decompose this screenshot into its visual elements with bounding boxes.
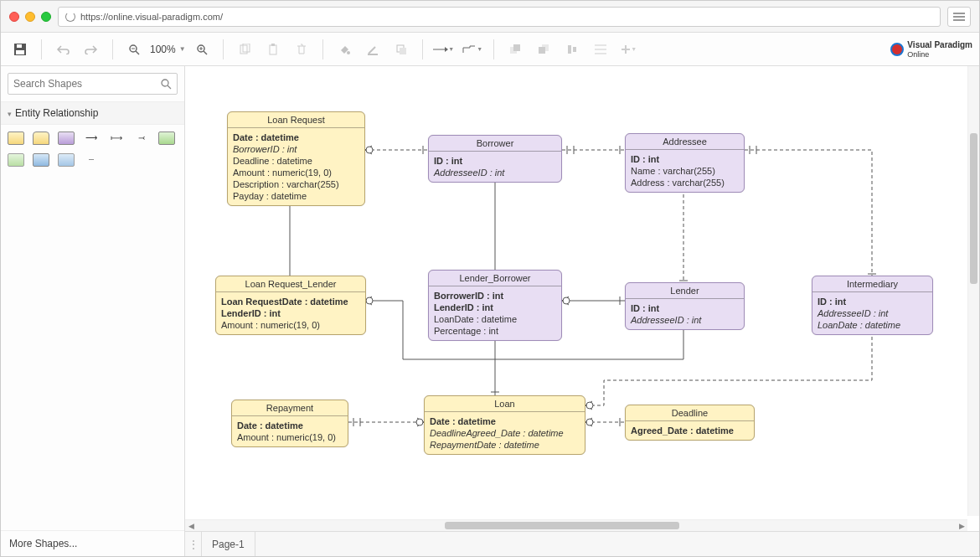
shape-entity-yellow-2[interactable] bbox=[33, 132, 49, 145]
entity-body: Date : datetimeBorrowerID : intDeadline … bbox=[228, 128, 364, 205]
search-icon bbox=[161, 79, 172, 90]
entity-borrower[interactable]: BorrowerID : intAddresseeID : int bbox=[428, 135, 562, 183]
address-bar: https://online.visual-paradigm.com/ bbox=[1, 1, 979, 33]
redo-button[interactable] bbox=[79, 38, 104, 61]
category-entity-relationship[interactable]: Entity Relationship bbox=[1, 102, 184, 125]
entity-title: Lender bbox=[626, 283, 744, 299]
shape-entity-green-2[interactable] bbox=[8, 153, 24, 167]
entity-title: Loan Request_Lender bbox=[216, 276, 365, 292]
entity-attribute: Agreed_Date : datetime bbox=[631, 425, 749, 436]
entity-attribute: ID : int bbox=[434, 155, 556, 167]
svg-rect-17 bbox=[400, 48, 406, 54]
entity-title: Addressee bbox=[626, 134, 744, 150]
entity-attribute: Date : datetime bbox=[233, 132, 359, 143]
entity-title: Deadline bbox=[626, 405, 754, 421]
svg-line-7 bbox=[204, 51, 207, 54]
reload-icon[interactable] bbox=[65, 12, 75, 22]
diagram-canvas[interactable]: Loan RequestDate : datetimeBorrowerID : … bbox=[185, 66, 979, 531]
to-back-button[interactable] bbox=[531, 38, 556, 61]
zoom-level[interactable]: 100% ▼ bbox=[150, 44, 186, 55]
entity-attribute: Name : varchar(255) bbox=[631, 165, 739, 177]
svg-rect-20 bbox=[513, 44, 520, 51]
waypoint-style-button[interactable]: ▼ bbox=[460, 38, 485, 61]
shape-entity-blue[interactable] bbox=[33, 153, 49, 167]
to-front-button[interactable] bbox=[503, 38, 528, 61]
menu-button[interactable] bbox=[947, 7, 971, 27]
entity-body: ID : intName : varchar(255)Address : var… bbox=[626, 150, 744, 192]
horizontal-scrollbar[interactable]: ◀▶ bbox=[185, 519, 967, 531]
entity-attribute: LoanDate : datetime bbox=[434, 313, 556, 325]
search-shapes-input[interactable] bbox=[8, 73, 178, 95]
svg-rect-22 bbox=[539, 47, 545, 54]
add-button[interactable]: ▼ bbox=[616, 38, 642, 61]
entity-attribute: Amount : numeric(19, 0) bbox=[237, 431, 343, 443]
entity-attribute: BorrowerID : int bbox=[233, 143, 359, 155]
logo-icon bbox=[890, 43, 904, 56]
entity-attribute: RepaymentDate : datetime bbox=[430, 439, 580, 451]
shape-entity-purple[interactable] bbox=[58, 132, 75, 145]
entity-addressee[interactable]: AddresseeID : intName : varchar(255)Addr… bbox=[625, 133, 745, 193]
entity-attribute: Date : datetime bbox=[237, 420, 343, 431]
shape-entity-yellow[interactable] bbox=[8, 132, 24, 145]
distribute-button[interactable] bbox=[588, 38, 613, 61]
entity-body: Date : datetimeAmount : numeric(19, 0) bbox=[232, 416, 348, 446]
vertical-scrollbar[interactable] bbox=[967, 66, 979, 516]
shape-connector-1[interactable]: ⟶ bbox=[83, 132, 100, 143]
minimize-window-icon[interactable] bbox=[25, 12, 35, 22]
shapes-sidebar: Entity Relationship ⟶ ⟼ ⤙ ┄ More Shapes.… bbox=[1, 66, 185, 556]
shape-connector-dashed[interactable]: ┄ bbox=[83, 153, 100, 165]
shape-connector-3[interactable]: ⤙ bbox=[133, 132, 150, 143]
entity-attribute: LenderID : int bbox=[221, 307, 360, 319]
shapes-palette: ⟶ ⟼ ⤙ ┄ bbox=[1, 125, 184, 173]
maximize-window-icon[interactable] bbox=[41, 12, 51, 22]
paste-button[interactable] bbox=[260, 38, 286, 61]
entity-title: Repayment bbox=[232, 400, 348, 416]
zoom-in-button[interactable] bbox=[189, 38, 214, 61]
entity-intermediary[interactable]: IntermediaryID : intAddresseeID : intLoa… bbox=[812, 276, 933, 335]
save-button[interactable] bbox=[8, 38, 33, 61]
entity-loan-request-lender[interactable]: Loan Request_LenderLoan RequestDate : da… bbox=[215, 276, 366, 335]
shadow-button[interactable] bbox=[389, 38, 414, 61]
undo-button[interactable] bbox=[50, 38, 75, 61]
shape-entity-blue-2[interactable] bbox=[58, 153, 75, 167]
entity-deadline[interactable]: DeadlineAgreed_Date : datetime bbox=[625, 405, 755, 441]
svg-rect-23 bbox=[568, 45, 571, 54]
delete-button[interactable] bbox=[289, 38, 314, 61]
toolbar: 100% ▼ ▼ ▼ ▼ Visual ParadigmOnline bbox=[1, 33, 979, 66]
entity-attribute: Amount : numeric(19, 0) bbox=[233, 167, 359, 178]
entity-loan-request[interactable]: Loan RequestDate : datetimeBorrowerID : … bbox=[227, 111, 365, 206]
entity-attribute: LoanDate : datetime bbox=[818, 319, 927, 331]
search-input-field[interactable] bbox=[13, 78, 161, 90]
more-shapes-button[interactable]: More Shapes... bbox=[1, 530, 184, 556]
entity-attribute: AddresseeID : int bbox=[818, 307, 927, 319]
entity-attribute: ID : int bbox=[631, 153, 739, 165]
logo-line2: Online bbox=[907, 50, 929, 59]
align-button[interactable] bbox=[560, 38, 585, 61]
entity-loan[interactable]: LoanDate : datetimeDeadlineAgreed_Date :… bbox=[424, 395, 585, 455]
entity-attribute: Loan RequestDate : datetime bbox=[221, 296, 360, 307]
shape-connector-2[interactable]: ⟼ bbox=[108, 132, 125, 143]
svg-rect-1 bbox=[16, 50, 24, 54]
zoom-out-button[interactable] bbox=[121, 38, 147, 61]
entity-title: Lender_Borrower bbox=[429, 271, 561, 286]
entity-attribute: BorrowerID : int bbox=[434, 290, 556, 302]
svg-rect-13 bbox=[271, 44, 275, 46]
connector-style-button[interactable]: ▼ bbox=[431, 38, 456, 61]
url-input[interactable]: https://online.visual-paradigm.com/ bbox=[58, 7, 941, 27]
fill-color-button[interactable] bbox=[332, 38, 357, 61]
shape-entity-green[interactable] bbox=[158, 132, 175, 145]
entity-lender[interactable]: LenderID : intAddresseeID : int bbox=[625, 282, 745, 330]
entity-title: Borrower bbox=[429, 136, 561, 152]
svg-line-29 bbox=[168, 85, 171, 89]
close-window-icon[interactable] bbox=[9, 12, 19, 22]
window-controls bbox=[9, 12, 51, 22]
tab-page-1[interactable]: Page-1 bbox=[202, 532, 255, 556]
entity-attribute: Percentage : int bbox=[434, 325, 556, 337]
tab-drag-handle[interactable]: ⋮ bbox=[185, 532, 202, 556]
entity-lender-borrower[interactable]: Lender_BorrowerBorrowerID : intLenderID … bbox=[428, 270, 562, 341]
entity-repayment[interactable]: RepaymentDate : datetimeAmount : numeric… bbox=[231, 400, 348, 447]
copy-button[interactable] bbox=[232, 38, 257, 61]
stroke-color-button[interactable] bbox=[360, 38, 385, 61]
svg-rect-15 bbox=[368, 54, 378, 55]
entity-attribute: LenderID : int bbox=[434, 302, 556, 313]
